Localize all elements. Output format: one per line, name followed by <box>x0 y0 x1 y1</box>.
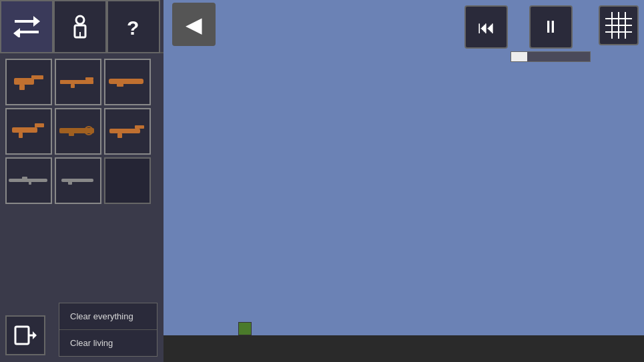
context-menu: Clear everything Clear living <box>59 303 157 357</box>
svg-rect-15 <box>117 83 123 87</box>
player-character <box>238 322 252 335</box>
exit-button[interactable] <box>5 315 45 355</box>
weapon-cell-sniper[interactable] <box>5 157 52 204</box>
weapon-grid <box>0 53 164 309</box>
svg-rect-29 <box>68 181 72 185</box>
svg-rect-23 <box>135 125 144 129</box>
speed-bar <box>511 51 591 62</box>
weapon-cell-rifle[interactable] <box>55 59 101 105</box>
svg-rect-30 <box>15 327 29 344</box>
weapon-cell-smg[interactable] <box>5 108 52 155</box>
svg-rect-28 <box>61 179 93 182</box>
svg-rect-22 <box>109 129 140 133</box>
svg-rect-24 <box>117 133 122 138</box>
weapon-cell-shotgun[interactable] <box>104 59 151 105</box>
weapon-cell-carbine[interactable] <box>55 157 101 204</box>
svg-rect-14 <box>109 79 143 84</box>
svg-text:?: ? <box>127 17 139 39</box>
rewind-button[interactable]: ⏮ <box>464 5 508 49</box>
clear-everything-button[interactable]: Clear everything <box>59 303 157 330</box>
svg-rect-25 <box>9 179 47 182</box>
svg-marker-32 <box>33 331 37 339</box>
playback-controls: ⏮ ⏸ <box>464 5 591 62</box>
clear-living-button[interactable]: Clear living <box>59 330 157 356</box>
svg-rect-19 <box>59 128 94 133</box>
speed-bar-fill <box>511 52 527 61</box>
svg-rect-27 <box>29 181 31 185</box>
help-button[interactable]: ? <box>107 0 160 53</box>
sidebar: ? <box>0 0 164 362</box>
weapon-cell-pistol[interactable] <box>5 59 52 105</box>
grid-toggle-button[interactable] <box>599 5 639 45</box>
rewind-icon: ⏮ <box>478 19 495 36</box>
svg-marker-3 <box>13 28 20 37</box>
pause-speed-group: ⏸ <box>511 5 591 62</box>
ground <box>164 335 644 362</box>
svg-rect-16 <box>12 127 37 133</box>
svg-rect-17 <box>35 123 44 127</box>
item-button[interactable] <box>53 0 107 53</box>
svg-rect-12 <box>71 84 75 88</box>
svg-rect-0 <box>15 20 33 23</box>
svg-rect-10 <box>19 85 25 90</box>
pause-button[interactable]: ⏸ <box>529 5 573 49</box>
pause-icon: ⏸ <box>542 17 559 37</box>
weapon-cell-ar[interactable] <box>104 108 151 155</box>
svg-rect-2 <box>20 31 39 33</box>
svg-rect-20 <box>69 132 74 136</box>
svg-marker-1 <box>33 16 40 27</box>
svg-rect-18 <box>19 133 23 138</box>
bottom-bar: Clear everything Clear living <box>0 309 164 362</box>
weapon-cell-lmg[interactable] <box>55 108 101 155</box>
svg-rect-26 <box>22 177 27 179</box>
swap-button[interactable] <box>0 0 53 53</box>
svg-point-4 <box>76 16 84 24</box>
svg-rect-8 <box>14 78 34 85</box>
svg-rect-13 <box>85 77 93 80</box>
weapon-cell-empty[interactable] <box>104 157 151 204</box>
back-button[interactable]: ◀ <box>172 3 216 46</box>
toolbar: ? <box>0 0 164 53</box>
svg-rect-9 <box>31 75 43 79</box>
back-icon: ◀ <box>186 12 202 37</box>
svg-rect-11 <box>60 80 93 84</box>
